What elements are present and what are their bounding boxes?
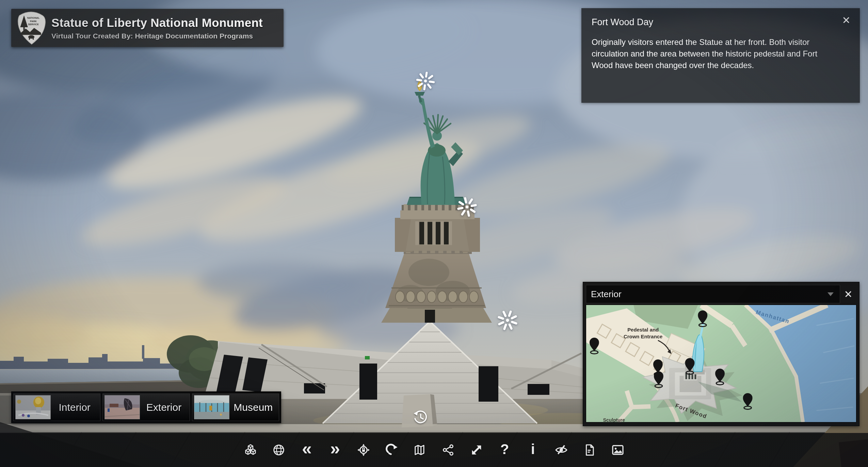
gyroscope-lock-icon (357, 444, 370, 456)
next-scene-icon: » (330, 440, 340, 457)
map-image[interactable]: Manhattan Pedestal and Crown Entrance Fo… (586, 305, 856, 422)
svg-text:Pedestal and: Pedestal and (627, 327, 659, 333)
history-clock-icon (413, 409, 429, 425)
hide-hotspots-icon (555, 444, 568, 456)
toolbar-button-hide-hotspots[interactable] (553, 440, 569, 460)
hotspot-info-panel: Fort Wood Day ✕ Originally visitors ente… (581, 8, 860, 103)
svg-text:PARK: PARK (30, 20, 37, 23)
scene-thumb-label: Exterior (140, 402, 188, 413)
scene-thumb-label: Interior (51, 402, 98, 413)
map-icon (414, 444, 427, 456)
map-scene-dropdown[interactable]: Exterior (586, 285, 840, 303)
sparkle-hotspot[interactable] (415, 71, 436, 91)
share-icon (442, 444, 455, 456)
scene-thumb-exterior[interactable]: Exterior (102, 393, 190, 421)
scene-thumbnail-bar: Interior Exterior (11, 391, 281, 423)
close-icon[interactable]: ✕ (839, 13, 854, 28)
toolbar-button-document[interactable] (582, 440, 597, 460)
interior-thumbnail-image (15, 395, 51, 419)
map-panel: Exterior ✕ (583, 282, 859, 426)
gallery-icon (611, 444, 624, 456)
tour-subtitle: Virtual Tour Created By: Heritage Docume… (51, 32, 263, 40)
svg-text:SERVICE: SERVICE (28, 23, 39, 26)
exterior-thumbnail-image (105, 395, 140, 419)
toolbar-button-gyro[interactable] (356, 440, 371, 460)
sparkle-hotspot[interactable] (456, 196, 478, 218)
toolbar-button-next[interactable]: » (327, 440, 343, 460)
document-icon (583, 444, 596, 456)
information-icon: i (531, 442, 535, 456)
sparkle-hotspot[interactable] (496, 309, 519, 332)
sparkle-icon (496, 309, 519, 332)
museum-thumbnail-image (194, 395, 229, 419)
history-clock-hotspot[interactable] (413, 409, 429, 425)
fullscreen-icon (470, 444, 483, 456)
info-panel-title: Fort Wood Day (592, 17, 850, 28)
scenes-cubes-icon (244, 444, 257, 456)
toolbar-button-info[interactable]: i (525, 440, 541, 460)
virtual-tour-app: NATIONAL PARK SERVICE Statue of Liberty … (0, 0, 868, 467)
sparkle-icon (456, 196, 478, 218)
close-icon[interactable]: ✕ (840, 285, 856, 303)
map-scene-selected: Exterior (591, 289, 827, 300)
svg-text:NATIONAL: NATIONAL (27, 17, 40, 19)
toolbar-button-gallery[interactable] (610, 440, 626, 460)
toolbar-button-share[interactable] (440, 440, 456, 460)
toolbar-button-help[interactable]: ? (497, 440, 513, 460)
toolbar-button-scenes[interactable] (243, 440, 258, 460)
toolbar-button-map[interactable] (412, 440, 428, 460)
previous-scene-icon: « (302, 440, 312, 457)
skin-toolbar: « » (0, 433, 868, 467)
scene-thumb-museum[interactable]: Museum (192, 393, 279, 421)
toolbar-button-autorotate[interactable] (384, 440, 400, 460)
svg-text:Crown Entrance: Crown Entrance (624, 334, 662, 339)
chevron-down-icon (827, 292, 834, 296)
info-panel-body: Originally visitors entered the Statue a… (592, 36, 840, 71)
sparkle-icon (415, 71, 436, 91)
scene-thumb-interior[interactable]: Interior (13, 393, 100, 421)
tour-title-card: NATIONAL PARK SERVICE Statue of Liberty … (11, 9, 284, 47)
nps-arrowhead-logo: NATIONAL PARK SERVICE (15, 11, 47, 45)
globe-icon (272, 444, 285, 456)
toolbar-button-fullscreen[interactable] (469, 440, 484, 460)
autorotate-icon (385, 444, 398, 456)
map-panel-header: Exterior ✕ (586, 285, 856, 303)
toolbar-button-previous[interactable]: « (299, 440, 315, 460)
scene-thumb-label: Museum (229, 402, 277, 413)
help-icon: ? (500, 442, 509, 456)
toolbar-button-globe[interactable] (271, 440, 287, 460)
tour-title: Statue of Liberty National Monument (51, 16, 263, 30)
svg-text:Sculpture: Sculpture (603, 417, 625, 422)
